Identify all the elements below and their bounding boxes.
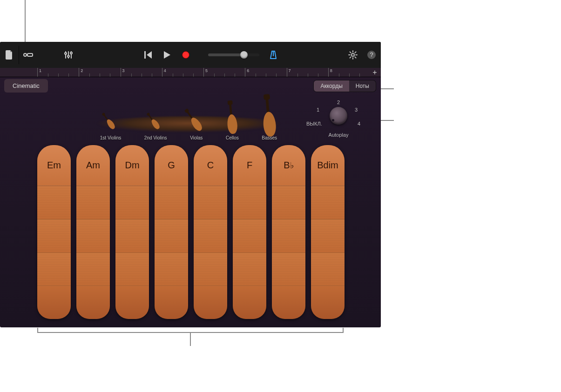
- chord-segment[interactable]: [233, 253, 266, 286]
- rewind-button[interactable]: [139, 46, 158, 64]
- chord-segment[interactable]: [76, 186, 110, 219]
- chord-segment[interactable]: [194, 186, 227, 219]
- autoplay-label: Autoplay: [308, 132, 369, 138]
- chord-segment[interactable]: [194, 286, 227, 319]
- chord-segment[interactable]: [233, 219, 266, 253]
- string-instrument-icon: [266, 117, 273, 131]
- volume-slider[interactable]: [208, 53, 259, 56]
- add-section-button[interactable]: +: [370, 68, 379, 77]
- callout-line: [190, 332, 191, 346]
- chord-button[interactable]: Dm: [115, 145, 149, 186]
- help-button[interactable]: ?: [362, 46, 381, 64]
- chord-segment[interactable]: [311, 219, 345, 253]
- chord-button[interactable]: Bdim: [311, 145, 345, 186]
- ruler-bar[interactable]: 3: [121, 68, 162, 77]
- ruler-bar-number: 4: [164, 68, 166, 73]
- chord-strip-em: Em: [37, 145, 71, 319]
- play-button[interactable]: [158, 46, 176, 64]
- chord-segment[interactable]: [76, 286, 110, 319]
- ruler-bar-number: 3: [122, 68, 125, 73]
- svg-point-4: [70, 52, 72, 54]
- ruler-bar[interactable]: 4: [162, 68, 203, 77]
- chord-label: G: [168, 160, 175, 171]
- timeline-ruler[interactable]: 12345678 +: [0, 68, 381, 77]
- ruler-bar-number: 5: [205, 68, 208, 73]
- chord-label: F: [247, 160, 252, 171]
- chord-button[interactable]: C: [194, 145, 227, 186]
- chord-label: Bdim: [317, 160, 338, 171]
- chord-segment[interactable]: [37, 286, 71, 319]
- chord-segment[interactable]: [115, 186, 149, 219]
- ruler-bar-number: 7: [289, 68, 291, 73]
- chord-segment[interactable]: [76, 219, 110, 253]
- callout-line: [37, 328, 38, 332]
- ruler-bar[interactable]: 7: [287, 68, 328, 77]
- autoplay-pos-3: 3: [355, 107, 358, 113]
- svg-text:?: ?: [370, 51, 373, 58]
- chord-segment[interactable]: [155, 186, 188, 219]
- chord-segment[interactable]: [272, 186, 305, 219]
- chord-segment[interactable]: [155, 253, 188, 286]
- instrument-violas[interactable]: Violas: [190, 118, 203, 140]
- chord-segment[interactable]: [194, 253, 227, 286]
- ruler-bar[interactable]: 6: [245, 68, 286, 77]
- record-button[interactable]: [176, 46, 195, 64]
- instrument-cellos[interactable]: Cellos: [226, 118, 239, 140]
- string-instrument-icon: [104, 117, 117, 132]
- tracks-button[interactable]: [19, 46, 38, 64]
- chord-segment[interactable]: [272, 286, 305, 319]
- transport-controls: [139, 46, 195, 64]
- chord-segment[interactable]: [76, 253, 110, 286]
- chord-segment[interactable]: [37, 219, 71, 253]
- chord-segment[interactable]: [115, 219, 149, 253]
- ruler-bar[interactable]: 5: [203, 68, 245, 77]
- ruler-marks: 12345678: [37, 68, 370, 77]
- chord-strip-bb: B♭: [272, 145, 305, 319]
- toolbar-separator: [19, 46, 19, 64]
- chord-segment[interactable]: [272, 219, 305, 253]
- chord-segment[interactable]: [37, 253, 71, 286]
- callout-line: [343, 328, 344, 332]
- chord-segment[interactable]: [155, 286, 188, 319]
- ruler-bar[interactable]: 1: [37, 68, 79, 77]
- ruler-bar-number: 8: [330, 68, 332, 73]
- chord-label: B♭: [284, 160, 293, 171]
- chord-segment[interactable]: [194, 219, 227, 253]
- chord-button[interactable]: F: [233, 145, 266, 186]
- mixer-button[interactable]: [59, 46, 78, 64]
- chord-segment[interactable]: [155, 219, 188, 253]
- autoplay-pos-2: 2: [337, 100, 340, 105]
- instrument-1st-violins[interactable]: 1st Violins: [100, 118, 121, 140]
- app-window: ? 12345678 + Cinematic 1st Violins2nd Vi…: [0, 42, 381, 327]
- chord-button[interactable]: Am: [76, 145, 110, 186]
- chord-segment[interactable]: [311, 186, 345, 219]
- ruler-bar[interactable]: 2: [79, 68, 120, 77]
- autoplay-pos-4: 4: [358, 121, 360, 126]
- svg-point-0: [24, 53, 27, 56]
- chord-segment[interactable]: [233, 286, 266, 319]
- chord-button[interactable]: G: [155, 145, 188, 186]
- browser-button[interactable]: [0, 46, 19, 64]
- chord-segment[interactable]: [115, 253, 149, 286]
- ruler-bar-number: 1: [39, 68, 41, 73]
- chord-segment[interactable]: [233, 186, 266, 219]
- chord-button[interactable]: Em: [37, 145, 71, 186]
- autoplay-dial[interactable]: [330, 107, 347, 125]
- chord-segment[interactable]: [37, 186, 71, 219]
- instrument-2nd-violins[interactable]: 2nd Violins: [144, 118, 167, 140]
- chord-label: C: [207, 160, 214, 171]
- instrument-basses[interactable]: Basses: [262, 118, 277, 140]
- settings-button[interactable]: [344, 46, 362, 64]
- mode-notes[interactable]: Ноты: [349, 80, 376, 92]
- chord-segment[interactable]: [311, 253, 345, 286]
- preset-selector[interactable]: Cinematic: [4, 79, 48, 93]
- volume-thumb[interactable]: [240, 51, 248, 59]
- mode-chords[interactable]: Аккорды: [314, 80, 349, 92]
- ruler-bar[interactable]: 8: [328, 68, 370, 77]
- record-icon: [182, 51, 189, 59]
- chord-button[interactable]: B♭: [272, 145, 305, 186]
- chord-segment[interactable]: [311, 286, 345, 319]
- chord-segment[interactable]: [272, 253, 305, 286]
- chord-segment[interactable]: [115, 286, 149, 319]
- metronome-button[interactable]: [264, 46, 283, 64]
